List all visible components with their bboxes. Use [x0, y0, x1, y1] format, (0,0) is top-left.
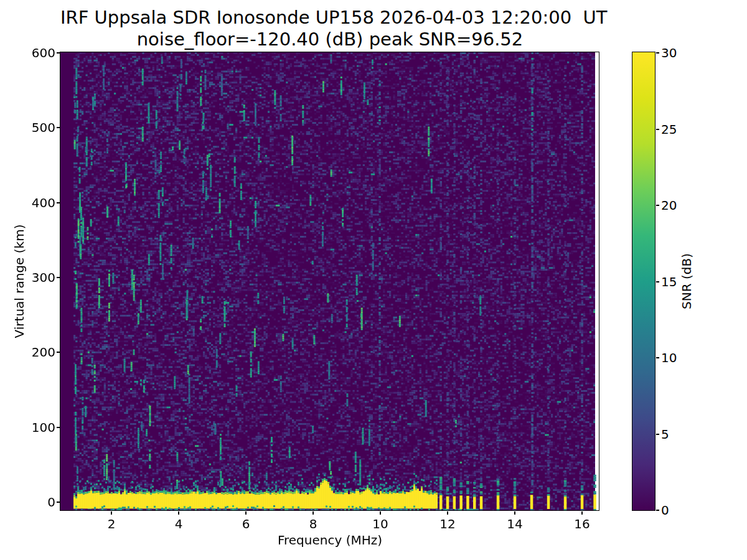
colorbar-tick-label: 5 — [661, 426, 692, 442]
colorbar — [632, 52, 655, 511]
colorbar-tick-label: 25 — [661, 121, 692, 138]
y-tick — [57, 202, 60, 203]
y-tick-label: 0 — [18, 494, 55, 510]
x-tick-label: 16 — [563, 516, 601, 531]
x-tick — [245, 511, 247, 515]
y-tick-label: 500 — [18, 119, 55, 136]
x-tick-label: 6 — [227, 516, 265, 531]
colorbar-tick — [656, 510, 659, 511]
colorbar-tick — [656, 205, 659, 206]
title-block: IRF Uppsala SDR Ionosonde UP158 2026-04-… — [60, 7, 599, 50]
y-tick — [57, 427, 60, 428]
x-tick — [111, 511, 112, 515]
chart-title: IRF Uppsala SDR Ionosonde UP158 2026-04-… — [60, 7, 599, 29]
y-tick — [57, 352, 60, 353]
x-tick — [380, 511, 381, 515]
chart-subtitle: noise_floor=-120.40 (dB) peak SNR=96.52 — [60, 29, 599, 50]
x-axis-label: Frequency (MHz) — [60, 532, 599, 548]
y-axis-label: Virtual range (km) — [11, 188, 27, 375]
ionogram-figure: IRF Uppsala SDR Ionosonde UP158 2026-04-… — [0, 0, 747, 560]
x-tick-label: 2 — [93, 516, 130, 531]
colorbar-tick — [656, 281, 659, 282]
colorbar-tick — [656, 52, 659, 54]
x-tick-label: 12 — [429, 516, 466, 531]
x-tick — [514, 511, 515, 515]
x-tick-label: 10 — [362, 516, 399, 531]
y-tick-label: 100 — [18, 419, 55, 436]
y-tick — [57, 502, 60, 503]
colorbar-tick-label: 0 — [661, 502, 692, 518]
y-tick — [57, 127, 60, 128]
y-tick-label: 600 — [18, 45, 55, 61]
x-tick-label: 14 — [496, 516, 533, 531]
x-tick — [447, 511, 448, 515]
ionogram-heatmap — [60, 52, 599, 510]
x-tick-label: 4 — [160, 516, 197, 531]
colorbar-tick — [656, 357, 659, 358]
y-tick — [57, 277, 60, 278]
x-tick — [312, 511, 314, 515]
x-tick-label: 8 — [294, 516, 332, 531]
colorbar-tick-label: 30 — [661, 45, 692, 61]
colorbar-label: SNR (dB) — [679, 188, 695, 375]
x-tick — [178, 511, 179, 515]
x-tick — [581, 511, 583, 515]
y-tick — [57, 52, 60, 54]
colorbar-tick — [656, 434, 659, 435]
colorbar-tick — [656, 129, 659, 130]
